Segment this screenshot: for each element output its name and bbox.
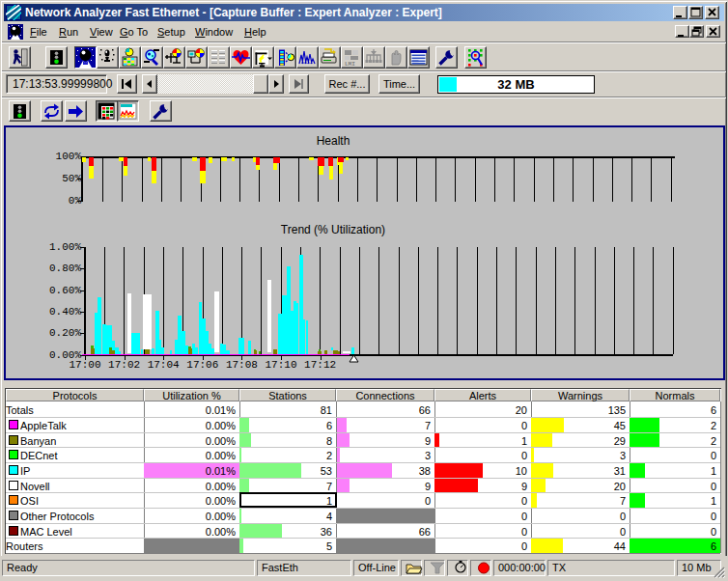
svg-text:LMI: LMI (345, 61, 355, 68)
